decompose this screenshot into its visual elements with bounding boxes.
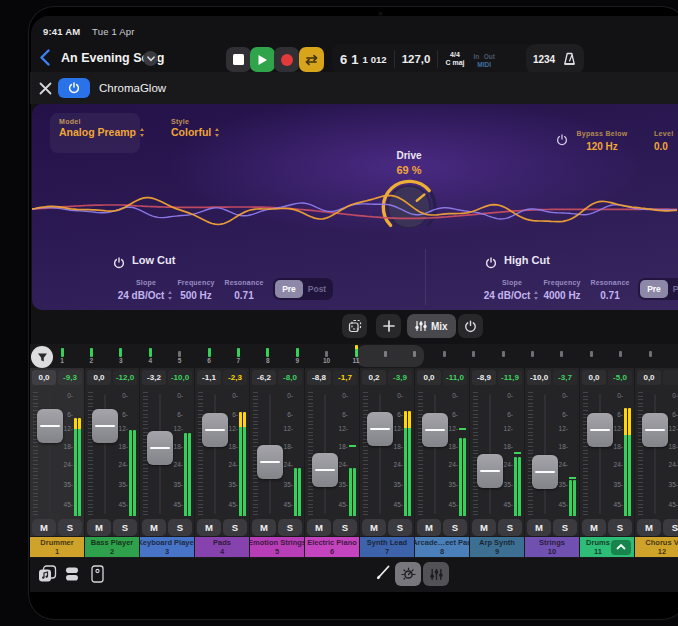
channel-strip[interactable]: 0,0-12,00-6-12-18-24-35-45-MSBass Player…: [85, 368, 139, 558]
solo-button[interactable]: S: [168, 519, 192, 536]
model-selector[interactable]: Model Analog Preamp: [50, 113, 140, 153]
solo-button[interactable]: S: [608, 519, 632, 536]
volume-value[interactable]: -8,9: [472, 370, 496, 385]
volume-value[interactable]: -8,8: [307, 370, 331, 385]
pan-bar[interactable]: [237, 348, 240, 357]
channel-strip[interactable]: -6,2-8,00-6-12-18-24-35-45-MSEmotion Str…: [250, 368, 304, 558]
pan-bar[interactable]: [61, 348, 64, 357]
stop-button[interactable]: [226, 47, 251, 72]
pan-bar[interactable]: [502, 351, 505, 357]
fader-cap[interactable]: [477, 454, 503, 488]
lowcut-post-button[interactable]: Post: [303, 280, 331, 298]
keyboard-button[interactable]: [91, 565, 104, 587]
pan-bar[interactable]: [472, 351, 475, 357]
pan-bar[interactable]: [590, 351, 593, 357]
pan-bar[interactable]: [531, 351, 534, 357]
track-name-tab[interactable]: Chorus V12: [635, 537, 678, 557]
channel-strip[interactable]: 0,00-6-12-18-24-35-45-MSChorus V12: [635, 368, 678, 558]
close-plugin-button[interactable]: [39, 81, 52, 99]
mute-button[interactable]: M: [142, 519, 166, 536]
highcut-pre-button[interactable]: Pre: [640, 280, 668, 298]
pan-bar[interactable]: [560, 351, 563, 357]
pencil-button[interactable]: [376, 564, 392, 584]
pan-bar[interactable]: [443, 351, 446, 357]
solo-button[interactable]: S: [223, 519, 247, 536]
highcut-power-button[interactable]: [485, 255, 497, 273]
song-menu-button[interactable]: [143, 51, 158, 66]
channel-strip[interactable]: -1,1-2,30-6-12-18-24-35-45-MSPads4: [195, 368, 249, 558]
mute-button[interactable]: M: [32, 519, 56, 536]
solo-button[interactable]: S: [278, 519, 302, 536]
channel-strip[interactable]: 0,2-3,90-6-12-18-24-35-45-MSSynth Lead7: [360, 368, 414, 558]
count-in-button[interactable]: 1234: [533, 54, 555, 65]
track-name-tab[interactable]: Arcade…eet Pad8: [415, 537, 469, 557]
solo-button[interactable]: S: [443, 519, 467, 536]
mute-button[interactable]: M: [527, 519, 551, 536]
track-name-tab[interactable]: Pads4: [195, 537, 249, 557]
pan-bar[interactable]: [119, 348, 122, 357]
fader-cap[interactable]: [422, 413, 448, 447]
solo-button[interactable]: S: [58, 519, 82, 536]
loops-button[interactable]: [64, 566, 80, 586]
scrollbar-thumb[interactable]: [356, 345, 424, 367]
cycle-button[interactable]: [299, 47, 324, 72]
pan-bar[interactable]: [649, 351, 652, 357]
solo-button[interactable]: S: [553, 519, 577, 536]
track-name-tab[interactable]: Drummer1: [30, 537, 84, 557]
pan-bar[interactable]: [208, 348, 211, 357]
lowcut-frequency-value[interactable]: 500 Hz: [170, 290, 222, 301]
solo-button[interactable]: S: [113, 519, 137, 536]
track-name-tab[interactable]: Arp Synth9: [470, 537, 524, 557]
track-name-tab[interactable]: Emotion Strings5: [250, 537, 304, 557]
fader-cap[interactable]: [147, 431, 173, 465]
channel-strip[interactable]: -8,9-11,90-6-12-18-24-35-45-MSArp Synth9: [470, 368, 524, 558]
volume-value[interactable]: -10,0: [527, 370, 551, 385]
fader-cap[interactable]: [312, 453, 338, 487]
channel-strip[interactable]: 0,0-9,30-6-12-18-24-35-45-MSDrummer1: [30, 368, 84, 558]
smart-controls-button[interactable]: [395, 562, 421, 586]
pan-bar[interactable]: [149, 348, 152, 357]
channel-strip[interactable]: -10,0-3,70-6-12-18-24-35-45-MSStrings10: [525, 368, 579, 558]
fader-cap[interactable]: [587, 413, 613, 447]
solo-button[interactable]: S: [498, 519, 522, 536]
mute-button[interactable]: M: [307, 519, 331, 536]
volume-value[interactable]: 0,0: [87, 370, 111, 385]
highcut-post-button[interactable]: Post: [668, 280, 678, 298]
track-name-tab[interactable]: Electric Piano6: [305, 537, 359, 557]
filter-button[interactable]: [31, 346, 53, 368]
bypass-value[interactable]: 120 Hz: [570, 141, 634, 152]
fader-cap[interactable]: [92, 409, 118, 443]
record-button[interactable]: [274, 47, 299, 72]
volume-value[interactable]: 0,0: [637, 370, 661, 385]
pan-bar[interactable]: [296, 348, 299, 357]
mute-button[interactable]: M: [87, 519, 111, 536]
track-name-tab[interactable]: Keyboard Player3: [140, 537, 194, 557]
mixer-power-button[interactable]: [458, 314, 483, 338]
fader-cap[interactable]: [257, 445, 283, 479]
highcut-resonance-value[interactable]: 0.71: [584, 290, 636, 301]
volume-value[interactable]: 0,0: [32, 370, 56, 385]
add-button[interactable]: [376, 314, 401, 338]
track-name-tab[interactable]: Synth Lead7: [360, 537, 414, 557]
lcd-display[interactable]: 6 1 1 012 127,0 4/4 C maj In Out MIDI: [332, 44, 536, 74]
fader-cap[interactable]: [202, 413, 228, 447]
mute-button[interactable]: M: [417, 519, 441, 536]
channel-strip[interactable]: -8,8-1,70-6-12-18-24-35-45-MSElectric Pi…: [305, 368, 359, 558]
volume-value[interactable]: -1,1: [197, 370, 221, 385]
volume-value[interactable]: 0,0: [582, 370, 606, 385]
level-value[interactable]: 0.0: [654, 141, 678, 152]
copy-button[interactable]: [342, 314, 367, 338]
collapse-button[interactable]: [611, 540, 631, 555]
mute-button[interactable]: M: [472, 519, 496, 536]
track-name-tab[interactable]: Strings10: [525, 537, 579, 557]
solo-button[interactable]: S: [388, 519, 412, 536]
lowcut-pre-button[interactable]: Pre: [275, 280, 303, 298]
pan-bar[interactable]: [266, 348, 269, 357]
pan-bar[interactable]: [619, 351, 622, 357]
fader-cap[interactable]: [642, 413, 668, 447]
channel-strip[interactable]: -3,2-10,00-6-12-18-24-35-45-MSKeyboard P…: [140, 368, 194, 558]
highcut-frequency-value[interactable]: 4000 Hz: [536, 290, 588, 301]
lowcut-resonance-value[interactable]: 0.71: [218, 290, 270, 301]
bypass-power-button[interactable]: [556, 132, 568, 150]
play-button[interactable]: [250, 47, 275, 72]
